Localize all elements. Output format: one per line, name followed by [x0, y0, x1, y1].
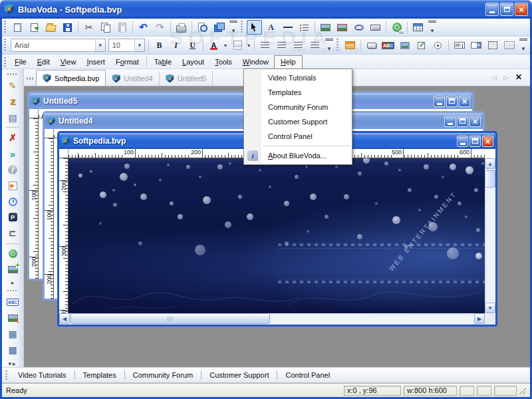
toolbar-handle[interactable] — [4, 39, 6, 52]
chevron-down-icon[interactable]: ▼ — [134, 39, 144, 51]
menu-layout[interactable]: Layout — [177, 56, 209, 68]
help-menu-item-video-tutorials[interactable]: Video Tutorials — [244, 70, 352, 85]
dropdown-arrow-icon[interactable]: ▾ — [245, 39, 252, 52]
print-button[interactable] — [174, 20, 189, 35]
scroll-up-icon[interactable]: ▲ — [485, 158, 495, 169]
shape-button[interactable] — [334, 20, 350, 35]
photo-gallery-button[interactable] — [4, 342, 21, 357]
menu-format[interactable]: Format — [110, 56, 144, 68]
tabstrip-handle[interactable] — [27, 77, 35, 80]
design-canvas[interactable]: WEB ENTERTAINMENT — [68, 158, 485, 313]
menu-file[interactable]: File — [9, 56, 32, 68]
scroll-right-icon[interactable]: ▶ — [474, 313, 485, 324]
form-wizard-button[interactable] — [4, 110, 21, 125]
bottom-tab-customer-support[interactable]: Customer Support — [203, 371, 275, 379]
maximize-button[interactable] — [469, 136, 481, 147]
document-tab-untitled4[interactable]: Untitled4 — [106, 71, 159, 86]
windows-media-button[interactable] — [4, 178, 21, 193]
save-button[interactable] — [60, 20, 75, 35]
minimize-button[interactable] — [444, 116, 456, 127]
menu-window[interactable]: Window — [237, 56, 274, 68]
hyperlink-button[interactable] — [389, 20, 404, 35]
vertical-scrollbar[interactable]: ▲ ▼ — [485, 158, 495, 313]
activex-button[interactable] — [4, 130, 21, 145]
menu-view[interactable]: View — [55, 56, 82, 68]
document-tab-softpedia-bvp[interactable]: Softpedia.bvp — [36, 70, 106, 86]
image-map-button[interactable] — [4, 311, 21, 325]
align-center-button[interactable] — [274, 38, 289, 53]
java-applet-button[interactable] — [4, 247, 21, 261]
help-menu-item-templates[interactable]: Templates — [244, 85, 352, 100]
checkbox-button[interactable] — [414, 38, 429, 53]
maximize-button[interactable] — [500, 3, 513, 16]
bold-button[interactable] — [152, 38, 167, 53]
undo-button[interactable] — [136, 20, 151, 35]
menu-edit[interactable]: Edit — [32, 56, 55, 68]
toolbar-handle[interactable] — [7, 73, 18, 75]
horizontal-scrollbar[interactable]: ◀ ▶ — [59, 313, 485, 325]
help-menu-item-customer-support[interactable]: Customer Support — [244, 114, 352, 129]
menu-table[interactable]: Table — [149, 56, 177, 68]
toolbar-handle[interactable] — [241, 21, 243, 34]
slideshow-button[interactable] — [4, 327, 21, 341]
text-field-button[interactable] — [452, 38, 467, 53]
flash-button[interactable] — [4, 162, 21, 177]
document-tab-untitled5[interactable]: Untitled5 — [160, 71, 213, 86]
form-button[interactable] — [342, 38, 358, 53]
toolbar-overflow-button[interactable]: ▾ — [229, 21, 237, 34]
abc-button-button[interactable] — [380, 38, 396, 53]
maximize-button[interactable] — [446, 96, 458, 107]
resize-grip[interactable] — [518, 386, 526, 394]
scroll-down-icon[interactable]: ▼ — [485, 303, 495, 313]
swish-button[interactable] — [4, 146, 21, 161]
help-menu-item-about[interactable]: iAbout BlueVoda... — [244, 148, 352, 163]
image-button-button[interactable] — [397, 38, 412, 53]
paste-button[interactable] — [114, 20, 130, 35]
toolbar-overflow-button[interactable]: ▾ — [325, 39, 333, 52]
scroll-tabs-right-icon[interactable]: ▷ — [503, 74, 509, 81]
menu-insert[interactable]: Insert — [81, 56, 110, 68]
push-button-button[interactable] — [364, 38, 379, 53]
list-button[interactable] — [297, 20, 312, 35]
horizontal-scroll-thumb[interactable] — [70, 313, 270, 324]
picture-button[interactable] — [318, 20, 333, 35]
preview-button[interactable] — [195, 20, 210, 35]
add-image-button[interactable] — [4, 263, 21, 277]
copy-button[interactable] — [98, 20, 113, 35]
maximize-button[interactable] — [457, 116, 468, 127]
new-from-template-button[interactable] — [27, 20, 42, 35]
toolbar-overflow-button[interactable]: ▾ — [519, 39, 527, 52]
chevron-down-icon[interactable]: ▼ — [95, 39, 105, 51]
close-button[interactable]: × — [482, 136, 493, 147]
dropdown-arrow-icon[interactable]: ▾ — [222, 39, 229, 52]
cut-button[interactable] — [81, 20, 96, 35]
ellipse-button[interactable] — [351, 20, 366, 35]
hline-button[interactable] — [280, 20, 295, 35]
align-justify-button[interactable] — [307, 38, 323, 53]
minimize-button[interactable] — [457, 136, 468, 147]
bottom-tab-control-panel[interactable]: Control Panel — [279, 371, 336, 379]
text-button[interactable] — [263, 20, 279, 35]
italic-button[interactable] — [168, 38, 184, 53]
close-document-icon[interactable]: ✕ — [515, 72, 522, 82]
select-button[interactable] — [247, 20, 262, 35]
toolbar-overflow-button[interactable]: ▾ — [428, 21, 436, 34]
toolbar-handle[interactable] — [7, 290, 18, 292]
shape-tool-button[interactable] — [4, 94, 21, 109]
scroll-left-icon[interactable]: ◀ — [59, 313, 70, 324]
text-area-button[interactable] — [501, 38, 517, 53]
toolbar-handle[interactable] — [336, 39, 338, 52]
publish-button[interactable] — [211, 20, 227, 35]
help-menu-item-control-panel[interactable]: Control Panel — [244, 129, 352, 144]
toolbar-overflow-button[interactable]: ▾▸ — [8, 360, 17, 367]
minimize-button[interactable] — [485, 3, 499, 16]
align-right-button[interactable] — [291, 38, 306, 53]
minimize-button[interactable] — [434, 96, 445, 107]
bottom-tab-templates[interactable]: Templates — [76, 371, 123, 379]
redo-button[interactable] — [152, 20, 168, 35]
combo-box-button[interactable] — [468, 38, 483, 53]
marquee-button[interactable] — [368, 20, 383, 35]
plugin-button[interactable] — [4, 226, 21, 241]
font-color-button[interactable] — [206, 38, 221, 53]
highlight-button[interactable] — [229, 38, 245, 53]
